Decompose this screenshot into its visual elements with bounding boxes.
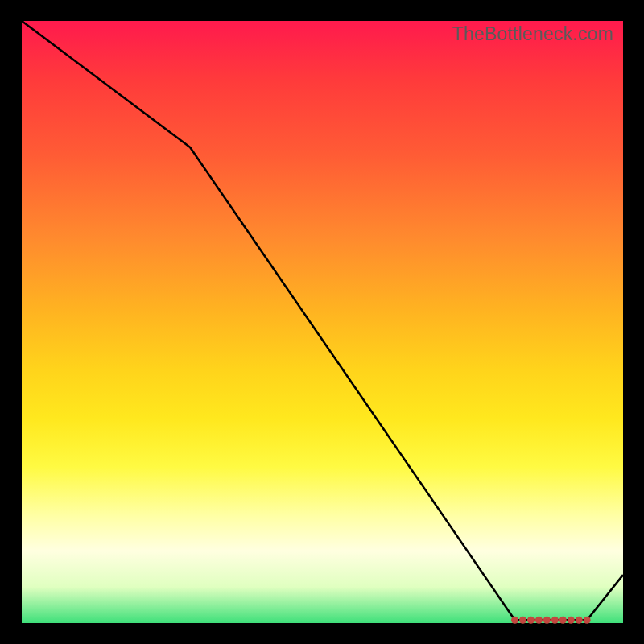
optimal-range-marker xyxy=(527,617,535,624)
data-line xyxy=(22,21,623,620)
optimal-range-marker xyxy=(576,617,583,624)
optimal-range-marker xyxy=(584,617,591,624)
line-chart-svg xyxy=(22,21,623,623)
plot-area: TheBottleneck.com xyxy=(22,21,623,623)
optimal-range-marker xyxy=(511,617,518,624)
optimal-range-marker xyxy=(551,617,559,624)
optimal-range-marker xyxy=(543,617,551,624)
optimal-range-marker xyxy=(559,617,567,624)
optimal-range-marker xyxy=(519,617,526,624)
optimal-range-marker xyxy=(535,617,543,624)
optimal-range-marker xyxy=(568,617,575,624)
chart-frame: TheBottleneck.com xyxy=(0,0,644,644)
